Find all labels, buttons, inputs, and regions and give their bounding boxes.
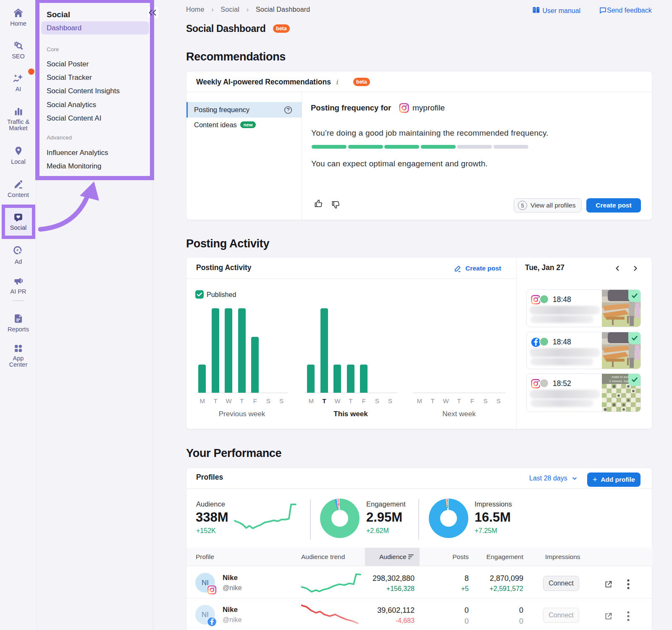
svg-text:mate in exac: mate in exac [612, 375, 630, 379]
